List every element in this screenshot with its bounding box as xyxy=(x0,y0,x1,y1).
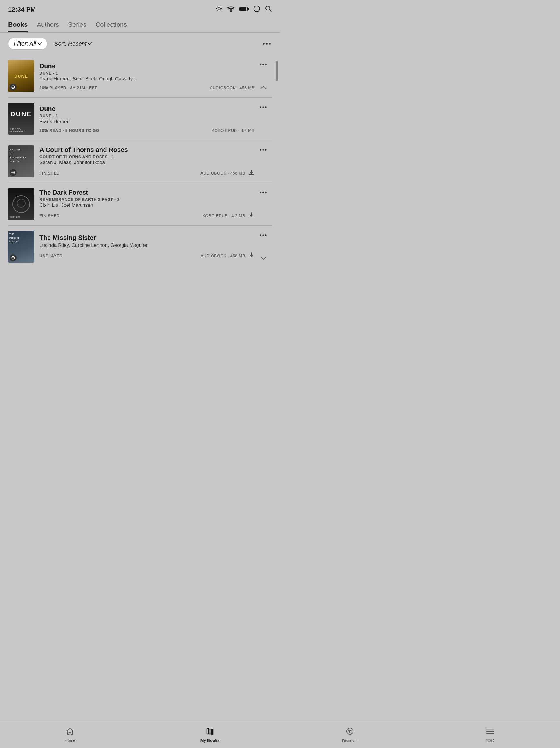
status-icons xyxy=(216,5,272,14)
book-status: 20% PLAYED · 8H 21M LEFT xyxy=(40,85,97,90)
nav-tabs: Books Authors Series Collections xyxy=(0,18,280,32)
status-bar: 12:34 PM xyxy=(0,0,280,18)
book-actions-dark-forest: ••• xyxy=(258,188,272,220)
sync-icon[interactable] xyxy=(253,5,260,14)
download-button[interactable] xyxy=(248,252,254,260)
book-meta: FINISHED KOBO EPUB · 4.2 MB xyxy=(40,212,254,220)
book-cover-dark-forest: CIXIN LIU xyxy=(8,188,34,220)
book-title: Dune xyxy=(40,105,254,113)
book-author: Frank Herbert xyxy=(40,119,254,124)
svg-line-14 xyxy=(270,10,272,12)
brightness-icon xyxy=(216,5,223,14)
svg-point-0 xyxy=(218,7,220,10)
book-author: Cixin Liu, Joel Martinsen xyxy=(40,203,254,208)
book-info-missing-sister: The Missing Sister Lucinda Riley, Caroli… xyxy=(40,231,258,263)
book-more-button[interactable]: ••• xyxy=(260,189,267,196)
book-info-dune-audio: Dune DUNE - 1 Frank Herbert, Scott Brick… xyxy=(40,60,258,92)
expand-icon[interactable] xyxy=(261,254,266,262)
list-item[interactable]: TheMissingSister The Missing Sister Luci… xyxy=(8,226,272,268)
tab-authors[interactable]: Authors xyxy=(37,21,59,32)
battery-icon xyxy=(239,6,249,14)
sort-label-text: Sort: Recent xyxy=(54,40,87,47)
book-meta: UNPLAYED AUDIOBOOK · 458 MB xyxy=(40,252,254,260)
book-format: KOBO EPUB · 4.2 MB xyxy=(202,213,245,218)
tab-collections[interactable]: Collections xyxy=(95,21,127,32)
filter-sort-controls: Filter: All Sort: Recent xyxy=(8,38,92,50)
book-format: AUDIOBOOK · 458 MB xyxy=(200,171,245,176)
book-format: AUDIOBOOK · 458 MB xyxy=(200,254,245,258)
book-series: DUNE - 1 xyxy=(40,71,254,75)
format-download-group: AUDIOBOOK · 458 MB xyxy=(200,252,254,260)
book-title: Dune xyxy=(40,63,254,70)
collapse-icon[interactable] xyxy=(261,83,266,91)
svg-point-16 xyxy=(13,87,14,88)
list-item[interactable]: A Court of Thorns and Roses COURT OF THO… xyxy=(8,140,272,183)
book-title: A Court of Thorns and Roses xyxy=(40,146,254,154)
svg-line-5 xyxy=(217,7,217,7)
format-download-group: AUDIOBOOK · 458 MB xyxy=(200,169,254,177)
book-more-button[interactable]: ••• xyxy=(260,61,267,68)
book-info-dune-epub: Dune DUNE - 1 Frank Herbert 20% READ · 8… xyxy=(40,103,258,135)
cover-text: TheMissingSister xyxy=(9,233,19,243)
book-format: KOBO EPUB · 4.2 MB xyxy=(212,128,255,133)
chevron-down-icon xyxy=(38,42,42,45)
book-series: COURT OF THORNS AND ROSES - 1 xyxy=(40,155,254,159)
sort-button[interactable]: Sort: Recent xyxy=(54,40,92,47)
books-list: Dune DUNE - 1 Frank Herbert, Scott Brick… xyxy=(0,55,280,268)
book-actions-acotar: ••• xyxy=(258,145,272,178)
download-button[interactable] xyxy=(248,212,254,220)
book-actions-missing-sister: ••• xyxy=(258,231,272,263)
book-author: Sarah J. Maas, Jennifer Ikeda xyxy=(40,160,254,165)
book-actions-dune-audio: ••• xyxy=(258,60,272,92)
filter-bar: Filter: All Sort: Recent ••• xyxy=(0,32,280,55)
scrollbar-thumb[interactable] xyxy=(276,61,278,81)
book-cover-acotar xyxy=(8,145,34,178)
book-cover-missing-sister: TheMissingSister xyxy=(8,231,34,263)
svg-rect-11 xyxy=(240,7,246,10)
audiobook-badge xyxy=(9,169,17,176)
book-cover-dune-audio xyxy=(8,60,34,92)
more-options-button[interactable]: ••• xyxy=(263,40,272,48)
tab-series[interactable]: Series xyxy=(68,21,86,32)
book-title: The Missing Sister xyxy=(40,234,254,241)
cover-decoration-2 xyxy=(17,199,26,208)
book-more-button[interactable]: ••• xyxy=(260,147,267,153)
book-status: 20% READ · 8 HOURS TO GO xyxy=(40,128,99,133)
download-button[interactable] xyxy=(248,169,254,177)
search-icon[interactable] xyxy=(265,5,272,14)
list-item[interactable]: FRANK HERBERT Dune DUNE - 1 Frank Herber… xyxy=(8,98,272,140)
svg-point-18 xyxy=(13,172,14,173)
wifi-icon xyxy=(227,6,235,14)
book-actions-dune-epub: ••• xyxy=(258,103,272,135)
book-meta: 20% PLAYED · 8H 21M LEFT AUDIOBOOK · 458… xyxy=(40,85,254,90)
filter-label: Filter: All xyxy=(14,40,36,47)
status-time: 12:34 PM xyxy=(8,6,36,14)
svg-point-20 xyxy=(13,257,14,258)
tab-books[interactable]: Books xyxy=(8,21,28,32)
book-info-dark-forest: The Dark Forest REMEMBRANCE OF EARTH'S P… xyxy=(40,188,258,220)
svg-line-8 xyxy=(221,7,221,7)
book-status: FINISHED xyxy=(40,171,59,176)
scrollbar-track xyxy=(275,55,279,345)
book-status: UNPLAYED xyxy=(40,254,63,258)
book-series: DUNE - 1 xyxy=(40,114,254,118)
book-author: Lucinda Riley, Caroline Lennon, Georgia … xyxy=(40,242,254,248)
svg-line-7 xyxy=(217,10,217,11)
book-title: The Dark Forest xyxy=(40,189,254,196)
svg-line-6 xyxy=(221,10,221,11)
format-download-group: KOBO EPUB · 4.2 MB xyxy=(202,212,255,220)
book-cover-dune-epub: FRANK HERBERT xyxy=(8,103,34,135)
book-author: Frank Herbert, Scott Brick, Orlagh Cassi… xyxy=(40,76,254,82)
book-more-button[interactable]: ••• xyxy=(260,104,267,111)
filter-button[interactable]: Filter: All xyxy=(8,38,47,50)
book-meta: FINISHED AUDIOBOOK · 458 MB xyxy=(40,169,254,177)
list-item[interactable]: CIXIN LIU The Dark Forest REMEMBRANCE OF… xyxy=(8,183,272,226)
book-format: AUDIOBOOK · 458 MB xyxy=(210,85,254,90)
book-series: REMEMBRANCE OF EARTH'S PAST - 2 xyxy=(40,197,254,202)
book-status: FINISHED xyxy=(40,213,59,218)
svg-point-13 xyxy=(266,6,270,10)
svg-point-9 xyxy=(231,11,232,11)
book-meta: 20% READ · 8 HOURS TO GO KOBO EPUB · 4.2… xyxy=(40,128,254,133)
list-item[interactable]: Dune DUNE - 1 Frank Herbert, Scott Brick… xyxy=(8,55,272,98)
book-more-button[interactable]: ••• xyxy=(260,232,267,239)
